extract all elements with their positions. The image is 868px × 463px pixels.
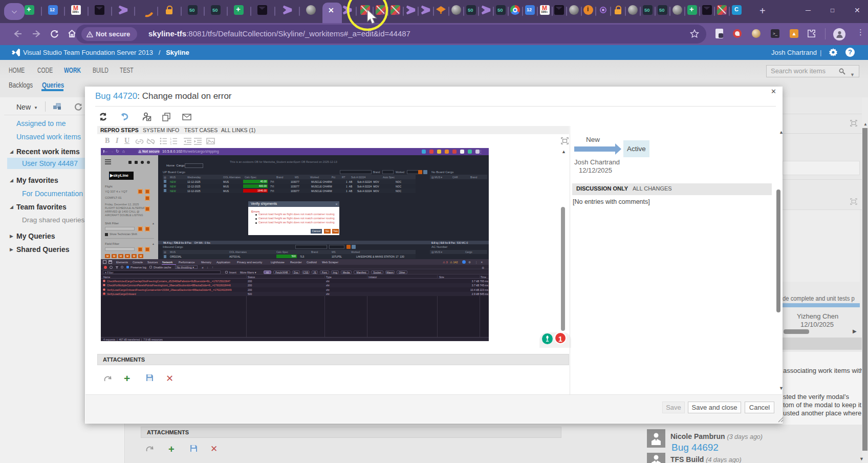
svg-text:3: 3: [170, 143, 171, 145]
